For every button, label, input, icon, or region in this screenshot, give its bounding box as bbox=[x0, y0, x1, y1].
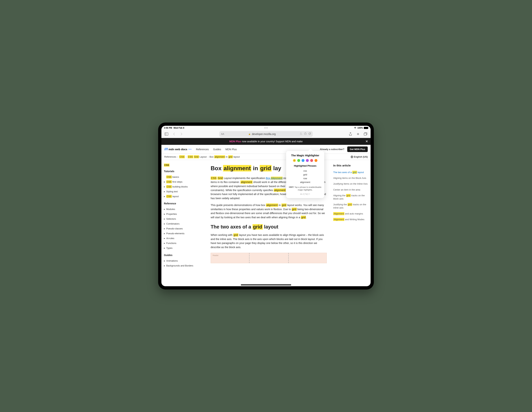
color-swatch[interactable] bbox=[306, 159, 309, 162]
sidebar-item[interactable]: ▶Styling text bbox=[164, 189, 204, 194]
language-select[interactable]: English (US) bbox=[351, 156, 368, 158]
reader-aa-icon[interactable]: AA bbox=[221, 133, 224, 135]
paragraph-2: This guide presents demonstrations of ho… bbox=[211, 203, 327, 219]
sidebar-item[interactable]: ▶Functions bbox=[164, 241, 204, 245]
crumb-references[interactable]: References bbox=[164, 156, 176, 158]
back-button[interactable] bbox=[171, 131, 177, 137]
sidebar-item[interactable]: ▶CSS first steps bbox=[164, 179, 204, 184]
share-icon[interactable] bbox=[348, 131, 353, 137]
battery-icon bbox=[364, 127, 368, 129]
toc-item[interactable]: Alignment and auto margins bbox=[333, 211, 369, 217]
status-date: Wed Feb 8 bbox=[173, 127, 184, 129]
svg-rect-0 bbox=[165, 133, 168, 135]
extension-icon[interactable] bbox=[304, 132, 307, 136]
reload-icon[interactable] bbox=[308, 132, 311, 136]
popover-title: The Magic Highlighter bbox=[289, 154, 322, 157]
toc-heading: In this article bbox=[333, 164, 369, 167]
get-mdn-plus-button[interactable]: Get MDN Plus bbox=[347, 147, 368, 152]
link-box-alignment[interactable]: Box Alignment bbox=[266, 177, 283, 180]
color-swatch[interactable] bbox=[302, 159, 304, 162]
mdn-logo[interactable]: ///\ mdn web docs bbox=[164, 147, 192, 151]
promo-banner: MDN Plus now available in your country! … bbox=[162, 138, 370, 145]
crumb-css[interactable]: CSS bbox=[179, 156, 185, 158]
color-swatch[interactable]: ✓ bbox=[293, 159, 296, 162]
popover-subheading: Highlighted Phrases bbox=[289, 165, 322, 167]
sidebar-item[interactable]: ▶Pseudo-elements bbox=[164, 231, 204, 236]
svg-rect-5 bbox=[364, 133, 366, 135]
sidebar-item[interactable]: ▶Properties bbox=[164, 212, 204, 216]
battery-pct: 100% bbox=[357, 127, 363, 129]
svg-rect-2 bbox=[304, 133, 306, 135]
color-swatch[interactable] bbox=[297, 159, 300, 162]
sb-heading-guides: Guides bbox=[164, 254, 204, 256]
sidebar-item[interactable]: ▶Modules bbox=[164, 207, 204, 212]
wifi-icon bbox=[354, 127, 356, 129]
status-bar: 3:56 PM Wed Feb 8 100% bbox=[162, 126, 370, 130]
close-icon[interactable]: ✕ bbox=[365, 139, 368, 143]
toc-item[interactable]: Alignment and Writing Modes bbox=[333, 217, 369, 222]
table-of-contents: In this article The two axes of a grid l… bbox=[331, 160, 370, 286]
forward-button[interactable] bbox=[179, 131, 184, 137]
popover-hint: HINT: Tap a phrase to enable/disable mag… bbox=[289, 186, 322, 191]
color-swatch[interactable] bbox=[314, 159, 317, 162]
nav-references[interactable]: References bbox=[196, 148, 209, 151]
sidebar-item[interactable]: ▶Backgrounds and Borders bbox=[164, 263, 204, 268]
sidebar-item[interactable]: ▶CSS building blocks bbox=[164, 184, 204, 189]
breadcrumb: References › CSS › CSS Grid Layout › Box… bbox=[162, 154, 370, 160]
sb-heading-tutorials: Tutorials bbox=[164, 170, 204, 173]
color-row: ✓ bbox=[289, 159, 322, 162]
safari-toolbar: AA 🔒 developer.mozilla.org bbox=[162, 130, 370, 138]
crumb-current: Box alignment in grid layout bbox=[209, 156, 240, 158]
phrase-item[interactable]: row bbox=[289, 177, 322, 180]
sidebar-item[interactable]: ▶Animations bbox=[164, 258, 204, 263]
phrase-item[interactable]: grid bbox=[289, 173, 322, 177]
left-sidebar: CSS Tutorials ▶CSS basics▶CSS first step… bbox=[162, 160, 206, 286]
toc-item[interactable]: Aligning the grid tracks on the block ax… bbox=[333, 193, 369, 202]
popover-brand: ⌘-F(TW)™ bbox=[289, 193, 322, 195]
lock-icon: 🔒 bbox=[248, 133, 251, 135]
toc-item[interactable]: Justifying the grid tracks on the inline… bbox=[333, 202, 369, 211]
url-bar[interactable]: AA 🔒 developer.mozilla.org bbox=[219, 131, 313, 137]
sidebar-item[interactable]: ▶Selectors bbox=[164, 216, 204, 221]
highlighter-popover: The Magic Highlighter ✓ Highlighted Phra… bbox=[286, 151, 324, 198]
subscriber-link[interactable]: Already a subscriber? bbox=[320, 148, 344, 151]
svg-rect-3 bbox=[305, 133, 306, 133]
multitask-dots[interactable] bbox=[264, 128, 268, 128]
tabs-icon[interactable] bbox=[363, 131, 369, 137]
figure-header-diagram: Header bbox=[211, 253, 327, 263]
sidebar-item[interactable]: ▶Combinators bbox=[164, 221, 204, 226]
sb-heading-reference: Reference bbox=[164, 202, 204, 205]
sidebar-item[interactable]: ▶At-rules bbox=[164, 236, 204, 241]
banner-brand: MDN Plus bbox=[229, 140, 241, 143]
sidebar-toggle-icon[interactable] bbox=[163, 131, 169, 137]
toc-item[interactable]: Center an item in the area bbox=[333, 187, 369, 193]
color-swatch[interactable] bbox=[310, 159, 313, 162]
heading-two-axes: The two axes of a grid layout bbox=[211, 223, 327, 231]
toc-item[interactable]: Aligning items on the Block Axis bbox=[333, 175, 369, 181]
sidebar-item[interactable]: ▶CSS basics bbox=[164, 175, 204, 179]
home-indicator[interactable] bbox=[241, 284, 291, 285]
site-navbar: ///\ mdn web docs References Guides MDN … bbox=[162, 145, 370, 154]
new-tab-icon[interactable] bbox=[355, 131, 361, 137]
banner-text: now available in your country! Support M… bbox=[242, 140, 303, 143]
nav-mdnplus[interactable]: MDN Plus bbox=[225, 148, 237, 151]
toc-item[interactable]: Justifying Items on the Inline Axis bbox=[333, 181, 369, 187]
sidebar-item[interactable]: ▶Types bbox=[164, 245, 204, 250]
phrase-item[interactable]: alignment bbox=[289, 180, 322, 184]
url-domain: developer.mozilla.org bbox=[252, 133, 276, 136]
phrase-item[interactable]: css bbox=[289, 169, 322, 173]
toc-item[interactable]: The two axes of a grid layout bbox=[333, 169, 369, 175]
crumb-grid-layout[interactable]: CSS Grid Layout bbox=[188, 156, 207, 158]
sidebar-tag[interactable]: CSS bbox=[164, 164, 170, 167]
nav-guides[interactable]: Guides bbox=[213, 148, 221, 151]
sidebar-item[interactable]: ▶CSS layout bbox=[164, 194, 204, 199]
translate-icon[interactable] bbox=[300, 132, 302, 136]
status-time: 3:56 PM bbox=[164, 127, 172, 129]
paragraph-3: When working with grid layout you have t… bbox=[211, 233, 327, 249]
sidebar-item[interactable]: ▶Pseudo-classes bbox=[164, 226, 204, 231]
